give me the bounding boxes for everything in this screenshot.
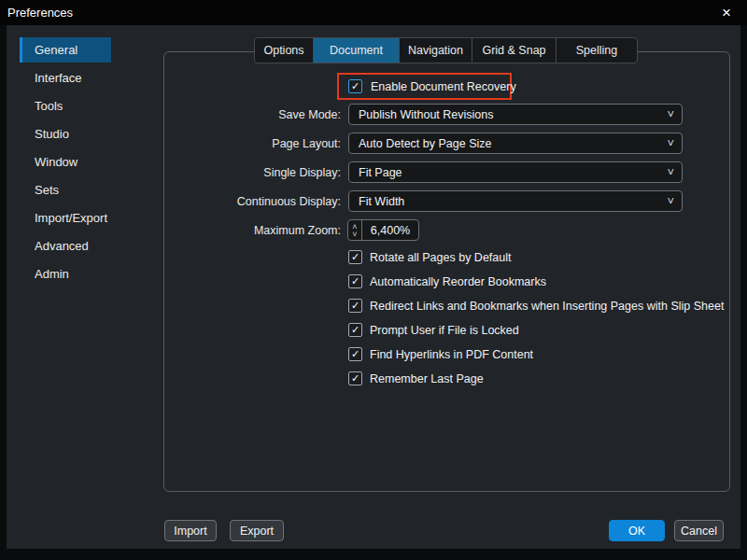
reorder-bookmarks-checkbox[interactable]: ✓: [348, 274, 362, 288]
single-display-label: Single Display:: [263, 161, 341, 183]
prompt-if-locked-checkbox[interactable]: ✓: [348, 323, 362, 337]
rotate-all-pages-row: ✓ Rotate all Pages by Default: [348, 250, 511, 264]
single-display-select[interactable]: Fit Page ˅: [348, 161, 683, 183]
window-title: Preferences: [0, 6, 73, 20]
remember-last-page-checkbox[interactable]: ✓: [348, 371, 362, 385]
tab-spelling[interactable]: Spelling: [557, 38, 637, 63]
enable-document-recovery-label: Enable Document Recovery: [371, 80, 516, 93]
sidebar-item-interface[interactable]: Interface: [20, 65, 111, 91]
sidebar-item-import-export[interactable]: Import/Export: [20, 205, 111, 231]
maximum-zoom-value: 6,400%: [362, 220, 418, 240]
redirect-links-row: ✓ Redirect Links and Bookmarks when Inse…: [348, 299, 724, 313]
redirect-links-checkbox[interactable]: ✓: [348, 299, 362, 313]
maximum-zoom-label: Maximum Zoom:: [254, 219, 341, 241]
sidebar-item-sets[interactable]: Sets: [20, 177, 111, 203]
find-hyperlinks-row: ✓ Find Hyperlinks in PDF Content: [348, 347, 533, 361]
remember-last-page-row: ✓ Remember Last Page: [348, 371, 484, 385]
tab-bar: Options Document Navigation Grid & Snap …: [254, 37, 638, 63]
sidebar-item-label: Admin: [35, 267, 69, 281]
sidebar-item-label: Tools: [35, 99, 63, 113]
ok-button[interactable]: OK: [609, 520, 665, 541]
cancel-button[interactable]: Cancel: [674, 520, 724, 541]
maximum-zoom-row: Maximum Zoom: ˄ ˅ 6,400%: [164, 219, 729, 241]
sidebar-item-admin[interactable]: Admin: [20, 261, 111, 287]
tab-options[interactable]: Options: [255, 38, 314, 63]
sidebar-item-label: Advanced: [35, 239, 89, 253]
save-mode-select[interactable]: Publish Without Revisions ˅: [348, 104, 683, 125]
chevron-down-icon: ˅: [667, 165, 674, 177]
sidebar-item-general[interactable]: General: [20, 37, 111, 63]
find-hyperlinks-checkbox[interactable]: ✓: [348, 347, 362, 361]
check-icon: ✓: [351, 301, 359, 311]
sidebar-item-label: Interface: [35, 71, 82, 85]
check-icon: ✓: [351, 325, 359, 335]
page-layout-select[interactable]: Auto Detect by Page Size ˅: [348, 133, 683, 154]
spinner-arrows[interactable]: ˄ ˅: [348, 220, 362, 240]
sidebar-item-label: Sets: [35, 183, 59, 197]
check-icon: ✓: [351, 276, 359, 287]
continuous-display-row: Continuous Display: Fit Width ˅: [164, 190, 729, 212]
enable-document-recovery-row: ✓ Enable Document Recovery: [337, 73, 512, 100]
document-settings-panel: ✓ Enable Document Recovery Save Mode: Pu…: [163, 51, 730, 492]
enable-document-recovery-checkbox[interactable]: ✓: [348, 79, 362, 93]
spinner-down-icon[interactable]: ˅: [352, 231, 357, 238]
check-icon: ✓: [351, 349, 359, 359]
export-button[interactable]: Export: [230, 520, 284, 541]
page-layout-label: Page Layout:: [272, 133, 341, 154]
maximum-zoom-spinner[interactable]: ˄ ˅ 6,400%: [347, 219, 419, 241]
check-icon: ✓: [351, 252, 359, 262]
sidebar-item-label: General: [35, 43, 78, 57]
single-display-row: Single Display: Fit Page ˅: [164, 161, 729, 183]
save-mode-label: Save Mode:: [278, 104, 341, 125]
sidebar-item-tools[interactable]: Tools: [20, 93, 111, 119]
check-icon: ✓: [351, 81, 359, 91]
reorder-bookmarks-row: ✓ Automatically Reorder Bookmarks: [348, 274, 546, 288]
tab-document[interactable]: Document: [314, 38, 400, 63]
tab-grid-snap[interactable]: Grid & Snap: [472, 38, 557, 63]
prompt-if-locked-row: ✓ Prompt User if File is Locked: [348, 323, 519, 337]
sidebar-item-label: Studio: [35, 127, 69, 141]
check-icon: ✓: [351, 373, 359, 384]
continuous-display-label: Continuous Display:: [237, 190, 341, 212]
selected-accent-bar: [20, 37, 22, 63]
title-bar: Preferences ×: [0, 0, 747, 25]
chevron-down-icon: ˅: [667, 194, 674, 206]
chevron-down-icon: ˅: [667, 107, 674, 119]
sidebar-item-advanced[interactable]: Advanced: [20, 233, 111, 259]
tab-navigation[interactable]: Navigation: [400, 38, 472, 63]
sidebar-item-studio[interactable]: Studio: [20, 121, 111, 147]
sidebar-item-label: Import/Export: [35, 211, 107, 225]
import-button[interactable]: Import: [164, 520, 217, 541]
preferences-dialog: General Interface Tools Studio Window Se…: [7, 25, 740, 549]
rotate-all-pages-checkbox[interactable]: ✓: [348, 250, 362, 264]
page-layout-row: Page Layout: Auto Detect by Page Size ˅: [164, 133, 729, 154]
sidebar-item-window[interactable]: Window: [20, 149, 111, 175]
chevron-down-icon: ˅: [667, 136, 674, 148]
sidebar: General Interface Tools Studio Window Se…: [20, 37, 111, 289]
save-mode-row: Save Mode: Publish Without Revisions ˅: [164, 104, 729, 125]
close-icon[interactable]: ×: [715, 0, 738, 25]
sidebar-item-label: Window: [35, 155, 78, 169]
continuous-display-select[interactable]: Fit Width ˅: [348, 190, 683, 212]
